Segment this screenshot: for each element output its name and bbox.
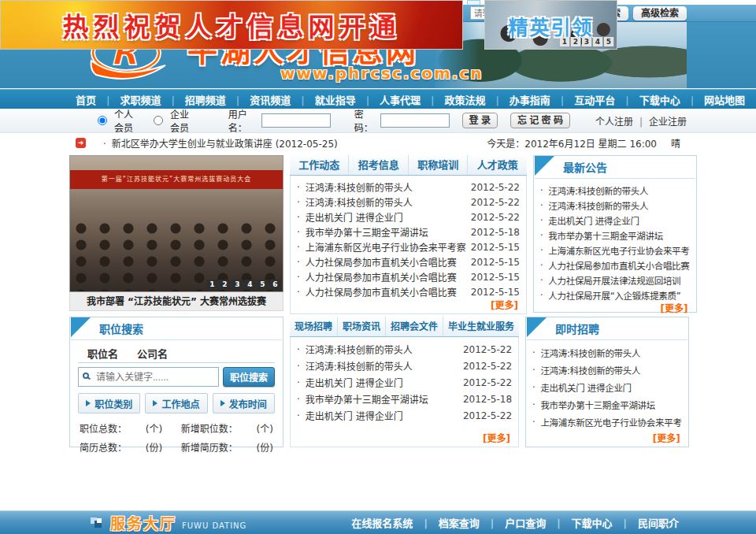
photo-page-button[interactable]: 2 <box>219 280 231 290</box>
company-member-radio[interactable] <box>154 116 163 125</box>
nav-item[interactable]: 求职频道 <box>96 92 161 107</box>
work-news-tab[interactable]: 人才政策 <box>468 155 526 175</box>
job-filter-button[interactable]: 发布时间 <box>213 393 275 413</box>
recruit-news-tab[interactable]: 现场招聘 <box>290 317 338 336</box>
instant-recruit-panel: 即时招聘 · 汪鸿涛:科技创新的带头人 · 汪鸿涛:科技创新的带头人 · <box>525 317 689 447</box>
instant-recruit-link[interactable]: 上海浦东新区光电子行业协会来平考 <box>540 416 681 428</box>
news-photo[interactable]: 第一届“江苏技能状元”大赛常州选拔赛动员大会 123456 <box>69 155 284 292</box>
nav-item[interactable]: 办事指南 <box>485 92 550 107</box>
job-filter-button[interactable]: 职位类别 <box>78 393 140 413</box>
celebration-banner[interactable]: 热烈祝贺人才信息网开通 <box>0 0 463 50</box>
bullet-icon: · <box>297 344 300 355</box>
elite-banner[interactable]: 精英引领 12345 <box>484 0 617 50</box>
news-list-item: · 人力社保局参加市直机关小合唱比赛 2012-5-15 <box>297 269 520 284</box>
nav-item[interactable]: 下载中心 <box>615 92 680 107</box>
bullet-icon: · <box>532 347 535 358</box>
work-news-tab[interactable]: 工作动态 <box>290 155 349 175</box>
announcements-more-link[interactable]: [更多] <box>534 302 696 317</box>
recruit-news-tab[interactable]: 职场资讯 <box>338 317 386 336</box>
instant-recruit-item: · 上海浦东新区光电子行业协会来平考 <box>532 413 682 431</box>
footer-menu-item[interactable]: 民间职介 <box>613 515 679 530</box>
news-title-link[interactable]: 走出机关门 进得企业门 <box>306 409 458 422</box>
photo-caption[interactable]: 我市部署 “江苏技能状元” 大赛常州选拔赛 <box>69 292 284 311</box>
banner-page-button[interactable]: 2 <box>571 37 581 46</box>
job-keyword-input[interactable] <box>78 367 219 387</box>
photo-page-button[interactable]: 4 <box>244 280 256 290</box>
banner-page-button[interactable]: 1 <box>560 37 570 46</box>
photo-page-button[interactable]: 1 <box>206 280 218 290</box>
news-title-link[interactable]: 人力社保局参加市直机关小合唱比赛 <box>306 270 466 284</box>
news-list-item: · 上海浦东新区光电子行业协会来平考察 2012-5-15 <box>297 239 520 254</box>
instant-recruit-link[interactable]: 汪鸿涛:科技创新的带头人 <box>540 347 681 359</box>
company-member-label[interactable]: 企业会员 <box>170 107 198 134</box>
news-title-link[interactable]: 走出机关门 进得企业门 <box>306 376 458 389</box>
instant-recruit-link[interactable]: 汪鸿涛:科技创新的带头人 <box>540 364 681 376</box>
nav-item[interactable]: 首页 <box>76 92 96 107</box>
instant-recruit-link[interactable]: 走出机关门 进得企业门 <box>540 381 681 394</box>
nav-item[interactable]: 招聘频道 <box>161 92 225 107</box>
personal-member-label[interactable]: 个人会员 <box>114 107 143 134</box>
news-title-link[interactable]: 上海浦东新区光电子行业协会来平考察 <box>306 240 466 254</box>
announcement-link[interactable]: 汪鸿涛:科技创新的带头人 <box>548 199 689 212</box>
personal-member-radio[interactable] <box>98 116 107 125</box>
recruit-news-tab[interactable]: 毕业生就业服务 <box>443 317 519 336</box>
announcement-link[interactable]: 上海浦东新区光电子行业协会来平考 <box>548 244 689 257</box>
news-title-link[interactable]: 人力社保局参加市直机关小合唱比赛 <box>306 285 466 299</box>
news-title-link[interactable]: 走出机关门 进得企业门 <box>306 210 466 224</box>
footer-menu-item[interactable]: 档案查询 <box>413 515 479 530</box>
forgot-password-button[interactable]: 忘 记 密 码 <box>510 113 570 128</box>
work-news-tab[interactable]: 职称培训 <box>409 155 468 175</box>
banner-page-button[interactable]: 5 <box>604 37 614 46</box>
login-button[interactable]: 登 录 <box>462 113 498 128</box>
footer-menu-item[interactable]: 在线报名系统 <box>351 515 413 530</box>
nav-item[interactable]: 互动平台 <box>550 92 615 107</box>
announcement-link[interactable]: 人力社保局开展法律法规巡回培训 <box>548 274 689 287</box>
banner-page-button[interactable]: 3 <box>582 37 592 46</box>
bullet-icon: · <box>297 212 300 223</box>
footer-menu-item[interactable]: 下载中心 <box>546 515 612 530</box>
work-news-more-link[interactable]: [更多] <box>291 299 526 313</box>
banner-page-button[interactable]: 4 <box>593 37 603 46</box>
news-title-link[interactable]: 人力社保局参加市直机关小合唱比赛 <box>306 255 466 269</box>
news-title-link[interactable]: 汪鸿涛:科技创新的带头人 <box>306 180 466 194</box>
register-link[interactable]: 企业注册 <box>633 114 687 128</box>
photo-page-button[interactable]: 3 <box>232 280 243 290</box>
nav-item[interactable]: 网站地图 <box>680 92 745 107</box>
news-title-link[interactable]: 汪鸿涛:科技创新的带头人 <box>306 195 466 209</box>
bullet-icon: · <box>540 185 543 196</box>
news-title-link[interactable]: 汪鸿涛:科技创新的带头人 <box>306 359 458 373</box>
announcement-link[interactable]: 走出机关门 进得企业门 <box>548 214 689 227</box>
news-title-link[interactable]: 我市举办第十三期金平湖讲坛 <box>306 225 466 239</box>
ticker-news-link[interactable]: 新北区举办大学生创业与就业政策讲座 (2012-05-25) <box>103 136 338 150</box>
job-search-tab[interactable]: 职位名 <box>78 346 128 362</box>
bullet-icon: · <box>297 377 300 388</box>
nav-item[interactable]: 政策法规 <box>421 92 485 107</box>
announcement-link[interactable]: 人力社保局参加市直机关小合唱比赛 <box>548 259 689 272</box>
bullet-icon: · <box>297 361 300 372</box>
news-title-link[interactable]: 我市举办第十三期金平湖讲坛 <box>306 392 458 406</box>
nav-item[interactable]: 就业指导 <box>291 92 355 107</box>
job-search-tab[interactable]: 公司名 <box>128 346 177 362</box>
nav-item[interactable]: 资讯频道 <box>226 92 291 107</box>
job-search-button[interactable]: 职位搜索 <box>223 367 275 387</box>
footer-menu-item[interactable]: 户口查询 <box>480 515 546 530</box>
photo-page-button[interactable]: 6 <box>269 280 281 290</box>
job-filter-button[interactable]: 工作地点 <box>145 393 207 413</box>
work-news-panel: 工作动态招考信息职称培训人才政策 · 汪鸿涛:科技创新的带头人 2012-5-2… <box>290 155 527 313</box>
photo-news-panel: 第一届“江苏技能状元”大赛常州选拔赛动员大会 123456 我市部署 “江苏技能… <box>69 155 284 313</box>
username-field[interactable] <box>261 113 331 128</box>
password-field[interactable] <box>380 113 450 128</box>
announcement-link[interactable]: 汪鸿涛:科技创新的带头人 <box>548 184 689 197</box>
nav-item[interactable]: 人事代理 <box>356 92 421 107</box>
recruit-news-tab[interactable]: 招聘会文件 <box>386 317 443 336</box>
recruit-news-more-link[interactable]: [更多] <box>291 432 518 447</box>
advanced-search-button[interactable]: 高级检索 <box>633 6 687 20</box>
register-link[interactable]: 个人注册 <box>595 114 633 128</box>
photo-page-button[interactable]: 5 <box>257 280 269 290</box>
instant-recruit-link[interactable]: 我市举办第十三期金平湖讲坛 <box>540 399 681 411</box>
news-title-link[interactable]: 汪鸿涛:科技创新的带头人 <box>306 343 458 356</box>
work-news-tab[interactable]: 招考信息 <box>349 155 408 175</box>
announcement-link[interactable]: 人力社保局开展“入企锻炼提素质” <box>548 289 689 302</box>
announcement-link[interactable]: 我市举办第十三期金平湖讲坛 <box>548 229 689 242</box>
instant-recruit-more-link[interactable]: [更多] <box>526 432 688 447</box>
